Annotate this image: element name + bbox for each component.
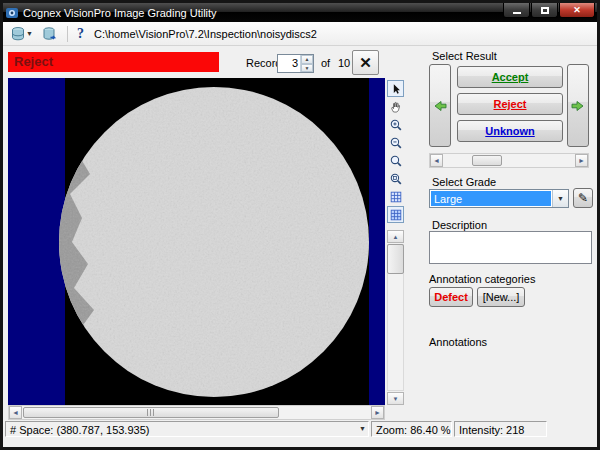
zoom-fit-icon	[389, 172, 403, 186]
record-scroll-thumb[interactable]	[472, 155, 502, 166]
record-spin-up[interactable]: ▲	[301, 55, 313, 64]
arrow-right-icon	[570, 98, 586, 114]
reject-button[interactable]: Reject	[457, 93, 563, 115]
maximize-icon	[541, 7, 549, 14]
database-icon	[10, 26, 26, 42]
accept-label: Accept	[492, 71, 529, 83]
record-spin-down[interactable]: ▼	[301, 64, 313, 73]
window-title: Cognex VisionPro Image Grading Utility	[23, 7, 217, 19]
thumb-grip	[147, 409, 156, 416]
minimize-button[interactable]	[503, 3, 530, 18]
zoom-normal-tool-button[interactable]	[387, 152, 404, 169]
zoom-out-icon	[389, 136, 403, 150]
unknown-button[interactable]: Unknown	[457, 120, 563, 142]
inspection-image	[8, 78, 385, 405]
main-toolbar: ▼ ? C:\home\VisionPro\7.2\Inspection\noi…	[3, 22, 597, 46]
select-result-label: Select Result	[432, 50, 497, 62]
database-open-button[interactable]: ▼	[7, 24, 36, 44]
database-dropdown-icon[interactable]: ▼	[26, 30, 33, 37]
reject-label: Reject	[493, 98, 526, 110]
pointer-icon	[389, 82, 403, 96]
maximize-button[interactable]	[531, 3, 558, 18]
new-category-label: [New...]	[483, 291, 520, 303]
defect-category-button[interactable]: Defect	[429, 287, 473, 307]
grade-combobox[interactable]: Large ▼	[429, 189, 569, 208]
description-label: Description	[432, 219, 487, 231]
pointer-tool-button[interactable]	[387, 80, 404, 97]
database-export-button[interactable]	[39, 24, 61, 44]
arrow-left-icon	[432, 98, 448, 114]
toolbar-separator	[67, 26, 68, 42]
select-grade-label: Select Grade	[432, 176, 496, 188]
status-zoom-panel: Zoom: 86.40 %	[371, 421, 452, 437]
description-input[interactable]	[429, 231, 592, 264]
zoom-normal-icon	[389, 154, 403, 168]
zoom-out-tool-button[interactable]	[387, 134, 404, 151]
edit-grade-button[interactable]: ✎	[573, 188, 593, 208]
zoom-fit-tool-button[interactable]	[387, 170, 404, 187]
new-category-button[interactable]: [New...]	[477, 287, 525, 307]
status-intensity-panel: Intensity: 218	[454, 421, 547, 437]
defect-label: Defect	[434, 291, 468, 303]
record-number-input[interactable]: 3 ▲ ▼	[277, 54, 314, 73]
annotation-categories-label: Annotation categories	[429, 273, 535, 285]
record-total: 10	[338, 57, 350, 69]
next-record-button[interactable]	[567, 64, 589, 147]
pencil-icon: ✎	[578, 191, 588, 205]
image-hscroll-right[interactable]: ►	[371, 406, 384, 419]
record-scrollbar[interactable]: ◄ ►	[429, 153, 589, 168]
close-icon: ✕	[573, 5, 581, 15]
close-button[interactable]: ✕	[559, 3, 595, 18]
app-window: Cognex VisionPro Image Grading Utility ✕…	[0, 0, 600, 450]
pixel-grid-tool-button[interactable]	[387, 206, 404, 223]
help-button[interactable]: ?	[74, 24, 87, 44]
grid-tool-button[interactable]	[387, 188, 404, 205]
space-coordinates: # Space: (380.787, 153.935)	[10, 424, 149, 436]
space-dropdown-icon[interactable]: ▼	[359, 425, 366, 432]
grid-icon	[389, 190, 403, 204]
app-icon	[5, 6, 19, 20]
combo-dropdown-icon[interactable]: ▼	[552, 190, 568, 207]
record-scroll-left[interactable]: ◄	[430, 154, 443, 167]
minimize-icon	[513, 12, 521, 14]
zoom-in-icon	[389, 118, 403, 132]
zoom-value: Zoom: 86.40 %	[376, 424, 451, 436]
accept-button[interactable]: Accept	[457, 66, 563, 88]
pixel-grid-icon	[389, 208, 403, 222]
zoom-in-tool-button[interactable]	[387, 116, 404, 133]
image-hscroll-left[interactable]: ◄	[9, 406, 22, 419]
image-vscroll-down[interactable]: ▼	[387, 392, 404, 405]
image-hscrollbar[interactable]: ◄ ►	[8, 405, 385, 420]
image-display[interactable]	[8, 78, 385, 405]
database-export-icon	[42, 26, 58, 42]
annotations-label: Annotations	[429, 336, 487, 348]
intensity-value: Intensity: 218	[459, 424, 524, 436]
image-hscroll-thumb[interactable]	[23, 407, 279, 418]
status-space-panel: # Space: (380.787, 153.935) ▼	[5, 421, 369, 437]
pan-tool-button[interactable]	[387, 98, 404, 115]
delete-record-button[interactable]: ✕	[352, 50, 379, 75]
result-banner: Reject	[8, 52, 219, 72]
hand-icon	[389, 100, 403, 114]
window-controls: ✕	[503, 3, 595, 18]
x-icon: ✕	[359, 54, 372, 72]
unknown-label: Unknown	[485, 125, 535, 137]
image-vscroll-up[interactable]: ▲	[387, 230, 404, 243]
record-scroll-right[interactable]: ►	[575, 154, 588, 167]
annotations-list	[429, 349, 592, 421]
record-number-value: 3	[278, 55, 300, 72]
of-label: of	[321, 57, 330, 69]
help-icon: ?	[77, 26, 84, 42]
dataset-path: C:\home\VisionPro\7.2\Inspection\noisydi…	[94, 28, 317, 40]
titlebar: Cognex VisionPro Image Grading Utility ✕	[3, 3, 597, 22]
image-vscroll-thumb[interactable]	[387, 244, 404, 274]
previous-record-button[interactable]	[429, 64, 451, 147]
grade-selected-value: Large	[431, 191, 551, 206]
